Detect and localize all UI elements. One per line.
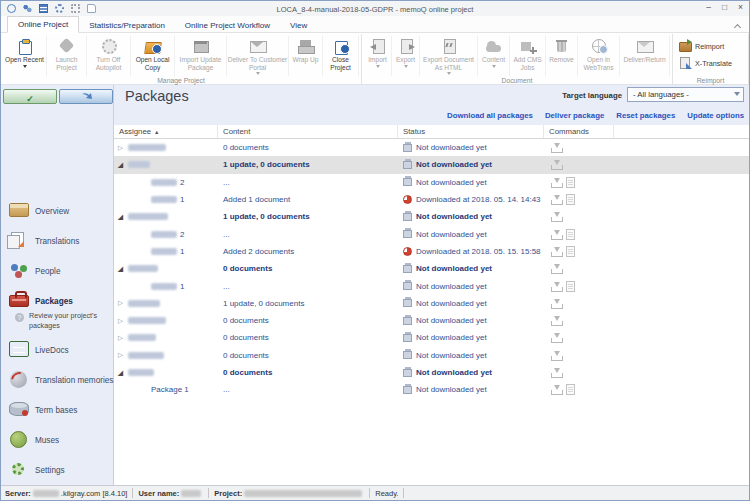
open-in-webtrans-button[interactable]: Open in WebTrans [578,36,620,76]
expander-icon[interactable] [118,299,128,307]
people-icon [9,263,29,281]
update-options-link[interactable]: Update options [687,111,744,120]
download-icon[interactable] [551,332,562,343]
table-row[interactable]: 1 Added 1 document Downloaded at 2018. 0… [114,191,749,208]
expander-icon[interactable] [118,351,128,359]
document-icon[interactable] [566,194,575,205]
deliver-action-button[interactable] [59,89,113,104]
deliver-to-customer-portal-button[interactable]: Deliver To Customer Portal [227,36,289,76]
table-row[interactable]: 2 ... Not downloaded yet [114,225,749,242]
tab-view[interactable]: View [280,18,317,33]
table-row[interactable]: 0 documents Not downloaded yet [114,260,749,277]
document-icon[interactable] [566,229,575,240]
download-icon[interactable] [551,229,562,240]
wrap-up-button[interactable]: Wrap Up [289,36,323,76]
tab-statistics-preparation[interactable]: Statistics/Preparation [79,18,175,33]
x-translate-button[interactable]: X-Translate [675,55,736,72]
open-recent-icon [16,38,34,54]
expander-icon[interactable] [118,334,128,342]
launch-project-button[interactable]: Launch Project [47,36,87,76]
expander-icon[interactable] [118,369,128,377]
expander-icon[interactable] [118,213,128,221]
table-row[interactable]: 0 documents Not downloaded yet [114,139,749,156]
import-button[interactable]: Import [364,36,392,76]
tab-online-project[interactable]: Online Project [7,16,79,33]
download-icon[interactable] [551,177,562,188]
open-local-copy-button[interactable]: Open Local Copy [131,36,175,76]
document-icon[interactable] [566,281,575,292]
table-row[interactable]: 1 Added 2 documents Downloaded at 2018. … [114,243,749,260]
reset-packages-link[interactable]: Reset packages [616,111,675,120]
tab-online-project-workflow[interactable]: Online Project Workflow [175,18,280,33]
sidebar-item-muses[interactable]: Muses [1,429,114,453]
content-button[interactable]: Content [478,36,510,76]
update-package-icon [192,38,210,54]
table-row[interactable]: 0 documents Not downloaded yet [114,364,749,381]
table-row[interactable]: 0 documents Not downloaded yet [114,329,749,346]
table-row[interactable]: 2 ... Not downloaded yet [114,174,749,191]
wrap-up-icon [297,38,315,54]
confirm-button[interactable]: ✓ [3,89,57,104]
sidebar-item-translations[interactable]: Translations [1,230,114,254]
add-cms-jobs-button[interactable]: Add CMS Jobs [510,36,546,76]
download-icon[interactable] [551,142,562,153]
ribbon-group-document: Import Export Export Document As HTML Co… [362,34,673,84]
sidebar-item-settings[interactable]: Settings [1,459,114,483]
download-icon[interactable] [551,194,562,205]
turn-off-autopilot-button[interactable]: Turn Off Autopilot [87,36,131,76]
target-language-select[interactable]: - All languages - [627,87,744,102]
table-row[interactable]: 1 update, 0 documents Not downloaded yet [114,156,749,173]
table-row[interactable]: Package 1 ... Not downloaded yet [114,381,749,398]
sidebar-item-people[interactable]: People [1,260,114,284]
column-header-assignee[interactable]: Assignee▲ [114,125,218,138]
table-row[interactable]: 1 update, 0 documents Not downloaded yet [114,208,749,225]
group-title-document: Document [362,77,672,84]
table-row[interactable]: 0 documents Not downloaded yet [114,347,749,364]
help-icon [15,313,24,322]
export-document-as-html-button[interactable]: Export Document As HTML [420,36,478,76]
table-row[interactable]: 1 ... Not downloaded yet [114,277,749,294]
download-icon[interactable] [551,281,562,292]
collapse-ribbon-icon[interactable] [735,23,741,29]
open-recent-button[interactable]: Open Recent [3,36,47,76]
reimport-button[interactable]: Reimport [675,38,728,55]
download-icon[interactable] [551,246,562,257]
document-icon[interactable] [566,246,575,257]
expander-icon[interactable] [118,144,128,152]
sidebar-item-translation-memories[interactable]: Translation memories [1,369,114,393]
expander-icon[interactable] [118,317,128,325]
table-row[interactable]: 0 documents Not downloaded yet [114,312,749,329]
download-icon[interactable] [551,350,562,361]
launch-project-icon [58,38,76,54]
sidebar-item-livedocs[interactable]: LiveDocs [1,339,114,363]
download-icon[interactable] [551,367,562,378]
download-all-packages-link[interactable]: Download all packages [447,111,533,120]
download-icon[interactable] [551,384,562,395]
maximize-button[interactable]: □ [722,3,727,12]
expander-icon[interactable] [118,265,128,273]
export-button[interactable]: Export [392,36,420,76]
minimize-button[interactable]: – [706,3,711,12]
deliver-return-button[interactable]: Deliver/Return [620,36,670,76]
close-button[interactable]: × [738,3,743,12]
download-icon[interactable] [551,159,562,170]
import-update-package-button[interactable]: Import Update Package [175,36,227,76]
package-status-icon [403,144,412,152]
expander-icon[interactable] [118,161,128,169]
download-icon[interactable] [551,315,562,326]
sidebar-item-overview[interactable]: Overview [1,200,114,224]
sidebar-item-term-bases[interactable]: Term bases [1,399,114,423]
document-icon[interactable] [566,177,575,188]
column-header-commands[interactable]: Commands [544,125,614,138]
close-project-button[interactable]: Close Project [323,36,359,76]
document-icon[interactable] [566,384,575,395]
deliver-package-link[interactable]: Deliver package [545,111,604,120]
import-icon [369,38,387,54]
column-header-status[interactable]: Status [398,125,544,138]
download-icon[interactable] [551,298,562,309]
download-icon[interactable] [551,263,562,274]
download-icon[interactable] [551,211,562,222]
table-row[interactable]: 1 update, 0 documents Not downloaded yet [114,295,749,312]
remove-button[interactable]: Remove [546,36,578,76]
column-header-content[interactable]: Content [218,125,398,138]
